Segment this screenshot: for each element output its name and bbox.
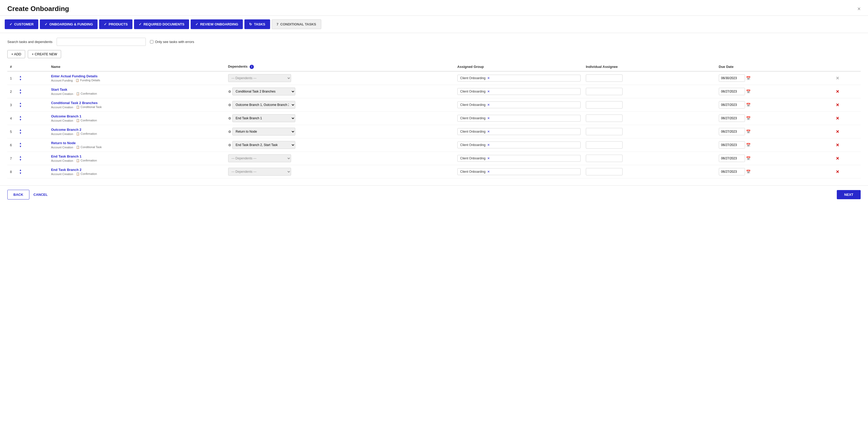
search-input[interactable] (57, 38, 146, 46)
due-date-input[interactable] (719, 155, 745, 162)
arrow-up[interactable]: ▲ (18, 89, 23, 91)
dependents-select[interactable]: Outcome Branch 1, Outcome Branch 2 (232, 101, 295, 109)
arrow-up[interactable]: ▲ (18, 129, 23, 131)
arrow-up[interactable]: ▲ (18, 155, 23, 158)
arrow-up[interactable]: ▲ (18, 169, 23, 171)
due-date-input[interactable] (719, 168, 745, 176)
arrow-down[interactable]: ▼ (18, 119, 23, 121)
dependents-info-icon[interactable]: i (250, 65, 254, 69)
dependents-select[interactable]: End Task Branch 1 (232, 114, 295, 122)
task-name[interactable]: Return to Node (51, 141, 223, 145)
assignee-input[interactable] (586, 74, 623, 82)
calendar-icon[interactable]: 📅 (746, 129, 750, 134)
due-date-input[interactable] (719, 88, 745, 95)
task-name[interactable]: Outcome Branch 2 (51, 128, 223, 132)
arrow-down[interactable]: ▼ (18, 78, 23, 81)
gear-icon[interactable]: ⚙ (228, 143, 231, 147)
arrow-down[interactable]: ▼ (18, 172, 23, 175)
remove-group-button[interactable]: ✕ (487, 130, 490, 133)
due-date-input[interactable] (719, 128, 745, 135)
remove-group-button[interactable]: ✕ (487, 103, 490, 107)
task-name[interactable]: Conditional Task 2 Branches (51, 101, 223, 105)
next-button[interactable]: NEXT (837, 190, 861, 199)
assignee-input[interactable] (586, 168, 623, 176)
gear-icon[interactable]: ⚙ (228, 103, 231, 107)
errors-checkbox[interactable] (150, 40, 153, 43)
due-date-input[interactable] (719, 101, 745, 108)
due-date-input[interactable] (719, 115, 745, 122)
delete-button[interactable]: ✕ (836, 143, 839, 147)
remove-group-button[interactable]: ✕ (487, 76, 490, 80)
arrow-up[interactable]: ▲ (18, 115, 23, 118)
step-review-onboarding[interactable]: ✓REVIEW ONBOARDING (191, 20, 243, 29)
calendar-icon[interactable]: 📅 (746, 116, 750, 120)
arrow-up[interactable]: ▲ (18, 102, 23, 104)
task-name[interactable]: End Task Branch 1 (51, 154, 223, 158)
individual-assignee-cell (583, 85, 716, 98)
remove-group-button[interactable]: ✕ (487, 170, 490, 173)
row-number: 2 (7, 85, 15, 98)
calendar-icon[interactable]: 📅 (746, 169, 750, 174)
assignee-input[interactable] (586, 115, 623, 122)
arrow-down[interactable]: ▼ (18, 132, 23, 134)
step-products[interactable]: ✓PRODUCTS (99, 20, 132, 29)
task-name[interactable]: Enter Actual Funding Details (51, 74, 223, 78)
calendar-icon[interactable]: 📅 (746, 103, 750, 107)
create-new-button[interactable]: + CREATE NEW (28, 50, 61, 58)
calendar-icon[interactable]: 📅 (746, 76, 750, 80)
errors-checkbox-label[interactable]: Only see tasks with errors (150, 40, 194, 44)
calendar-icon[interactable]: 📅 (746, 89, 750, 94)
due-date-input[interactable] (719, 74, 745, 82)
step-customer[interactable]: ✓CUSTOMER (5, 20, 38, 29)
dependents-select[interactable]: --- Dependents --- (228, 74, 291, 82)
remove-group-button[interactable]: ✕ (487, 157, 490, 160)
table-row: 5▲▼Outcome Branch 2Account Creation·📋 Co… (7, 125, 861, 138)
step-tasks[interactable]: ↻TASKS (244, 20, 270, 29)
arrow-down[interactable]: ▼ (18, 159, 23, 161)
arrow-down[interactable]: ▼ (18, 92, 23, 94)
dependents-select[interactable]: Return to Node (232, 128, 295, 135)
delete-button[interactable]: ✕ (836, 89, 839, 94)
remove-group-button[interactable]: ✕ (487, 143, 490, 147)
assigned-group-cell: Client Onboarding✕ (455, 138, 583, 152)
calendar-icon[interactable]: 📅 (746, 143, 750, 147)
arrow-up[interactable]: ▲ (18, 75, 23, 78)
add-button[interactable]: + ADD (7, 50, 25, 58)
delete-button[interactable]: ✕ (836, 116, 839, 121)
cancel-button[interactable]: CANCEL (33, 190, 49, 199)
calendar-icon[interactable]: 📅 (746, 156, 750, 160)
gear-icon[interactable]: ⚙ (228, 116, 231, 120)
dependents-select[interactable]: Conditional Task 2 Branches (232, 88, 295, 95)
assignee-input[interactable] (586, 141, 623, 149)
delete-button[interactable]: ✕ (836, 129, 839, 134)
step-onboarding-funding[interactable]: ✓ONBOARDING & FUNDING (40, 20, 98, 29)
dependents-select[interactable]: --- Dependents --- (228, 154, 291, 162)
due-date-input[interactable] (719, 141, 745, 149)
arrow-down[interactable]: ▼ (18, 105, 23, 108)
dependents-select[interactable]: --- Dependents --- (228, 168, 291, 176)
close-button[interactable]: × (857, 5, 861, 12)
step-conditional-tasks[interactable]: 7CONDITIONAL TASKS (272, 20, 321, 29)
task-name[interactable]: Start Task (51, 88, 223, 92)
check-icon: ✓ (44, 22, 48, 26)
step-required-documents[interactable]: ✓REQUIRED DOCUMENTS (134, 20, 189, 29)
delete-button[interactable]: ✕ (836, 156, 839, 161)
step-label: CONDITIONAL TASKS (280, 22, 316, 26)
dependents-select[interactable]: End Task Branch 2, Start Task (232, 141, 295, 149)
remove-group-button[interactable]: ✕ (487, 116, 490, 120)
gear-icon[interactable]: ⚙ (228, 90, 231, 94)
assignee-input[interactable] (586, 128, 623, 135)
delete-button[interactable]: ✕ (836, 103, 839, 107)
delete-button[interactable]: ✕ (836, 76, 839, 81)
assignee-input[interactable] (586, 101, 623, 108)
task-name[interactable]: End Task Branch 2 (51, 168, 223, 172)
delete-button[interactable]: ✕ (836, 169, 839, 174)
remove-group-button[interactable]: ✕ (487, 90, 490, 93)
task-name[interactable]: Outcome Branch 1 (51, 114, 223, 118)
assignee-input[interactable] (586, 88, 623, 95)
assignee-input[interactable] (586, 155, 623, 162)
arrow-up[interactable]: ▲ (18, 142, 23, 145)
arrow-down[interactable]: ▼ (18, 145, 23, 148)
gear-icon[interactable]: ⚙ (228, 130, 231, 134)
back-button[interactable]: BACK (7, 190, 29, 199)
